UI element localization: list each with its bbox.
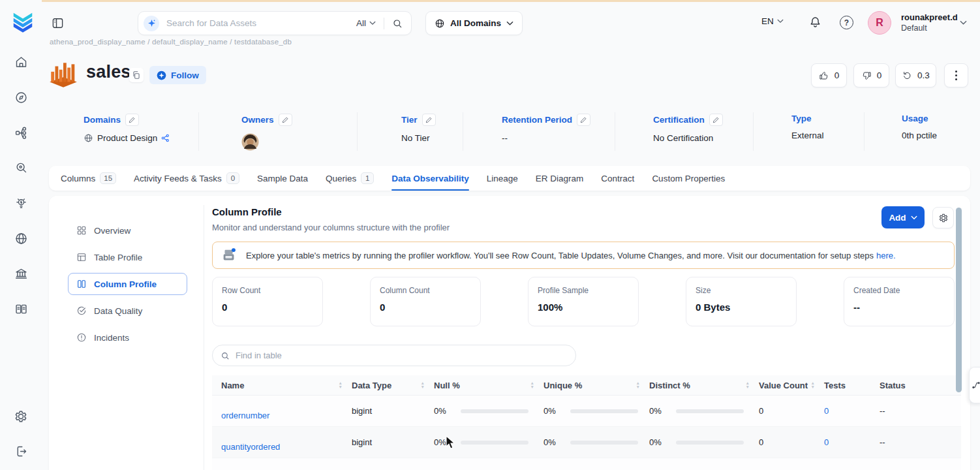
edit-pencil-icon[interactable] <box>125 114 139 126</box>
percent-progress-bar <box>570 409 638 413</box>
cell-status: -- <box>880 406 958 416</box>
tab-label: Sample Data <box>257 174 308 183</box>
cell-distinct-pct: 0% <box>649 437 759 447</box>
help-icon[interactable]: ? <box>840 16 853 29</box>
user-menu[interactable]: rounakpreet.d Default <box>901 12 958 34</box>
percent-progress-bar <box>570 441 638 445</box>
tab-count-badge: 0 <box>226 172 239 184</box>
domain-value[interactable]: Product Design <box>97 133 157 143</box>
language-dropdown[interactable]: EN <box>761 16 784 26</box>
tab-contract[interactable]: Contract <box>601 166 634 191</box>
tab-queries[interactable]: Queries1 <box>326 166 374 191</box>
banner-text: Explore your table's metrics by running … <box>246 251 896 260</box>
domains-globe-icon[interactable] <box>14 231 28 245</box>
column-header-label: Distinct % <box>649 381 690 390</box>
content-panel: Overview Table Profile Column Profile Da… <box>49 196 970 470</box>
tab-lineage[interactable]: Lineage <box>487 166 518 191</box>
column-header-data-type[interactable]: Data Type▲▼ <box>352 381 434 390</box>
edit-pencil-icon[interactable] <box>709 114 723 126</box>
sort-icon[interactable]: ▲▼ <box>746 381 750 389</box>
downvote-button[interactable]: 0 <box>853 63 889 87</box>
subnav-data-quality[interactable]: Data Quality <box>68 300 187 322</box>
sort-icon[interactable]: ▲▼ <box>530 381 534 389</box>
column-header-name[interactable]: Name▲▼ <box>221 381 352 390</box>
divider <box>204 205 204 470</box>
cell-unique-pct: 0% <box>544 437 649 447</box>
sidebar-toggle-icon[interactable] <box>52 17 64 29</box>
column-header-null-[interactable]: Null %▲▼ <box>434 381 544 390</box>
globe-icon <box>84 133 93 143</box>
explore-compass-icon[interactable] <box>14 90 28 104</box>
all-domains-dropdown[interactable]: All Domains <box>425 11 523 35</box>
column-header-label: Null % <box>434 381 460 390</box>
notifications-bell-icon[interactable] <box>808 16 822 29</box>
vertical-scrollbar[interactable] <box>956 208 962 392</box>
tests-link[interactable]: 0 <box>824 437 829 447</box>
percent-progress-bar <box>461 409 528 413</box>
tab-er-diagram[interactable]: ER Diagram <box>536 166 584 191</box>
sort-icon[interactable]: ▲▼ <box>636 381 640 389</box>
subnav-overview[interactable]: Overview <box>68 219 187 242</box>
edit-pencil-icon[interactable] <box>279 114 292 126</box>
column-name-link[interactable]: quantityordered <box>221 442 280 452</box>
tab-custom-properties[interactable]: Custom Properties <box>652 166 725 191</box>
global-search[interactable]: All <box>138 11 412 35</box>
sort-icon[interactable]: ▲▼ <box>811 381 815 389</box>
find-in-table-input[interactable] <box>236 351 568 360</box>
column-header-distinct-[interactable]: Distinct %▲▼ <box>649 381 759 390</box>
percent-value: 0% <box>649 406 662 416</box>
profiler-settings-gear-icon[interactable] <box>932 207 954 228</box>
home-icon[interactable] <box>14 55 28 69</box>
edit-pencil-icon[interactable] <box>422 114 436 126</box>
find-in-table[interactable] <box>212 345 576 366</box>
sort-icon[interactable]: ▲▼ <box>421 381 425 389</box>
add-button[interactable]: Add <box>881 206 925 228</box>
search-icon[interactable] <box>392 18 403 29</box>
copy-icon[interactable] <box>129 68 144 82</box>
tab-data-observability[interactable]: Data Observability <box>391 166 469 191</box>
column-profile-table: Name▲▼Data Type▲▼Null %▲▼Unique %▲▼Disti… <box>212 375 961 470</box>
entity-metadata-row: Domains Product Design Owners Tier No Ti… <box>49 112 970 151</box>
search-scope-dropdown[interactable]: All <box>356 18 376 28</box>
tab-activity-feeds-tasks[interactable]: Activity Feeds & Tasks0 <box>134 166 239 191</box>
tab-sample-data[interactable]: Sample Data <box>257 166 308 191</box>
settings-gear-icon[interactable] <box>14 409 28 424</box>
glossary-book-icon[interactable] <box>14 302 28 316</box>
check-circle-icon <box>76 306 87 316</box>
logout-icon[interactable] <box>14 444 28 458</box>
column-header-value-count[interactable]: Value Count▲▼ <box>759 381 824 390</box>
subnav-incidents[interactable]: Incidents <box>68 326 187 349</box>
version-history-button[interactable]: 0.3 <box>895 63 936 87</box>
breadcrumb[interactable]: athena_prod_display_name / default_displ… <box>50 38 292 46</box>
collapsed-side-panel-handle[interactable] <box>969 367 980 403</box>
govern-bank-icon[interactable] <box>14 266 28 281</box>
avatar[interactable]: R <box>868 11 891 35</box>
user-menu-chevron-icon[interactable] <box>960 20 967 25</box>
percent-progress-bar <box>676 441 744 445</box>
column-header-unique-[interactable]: Unique %▲▼ <box>544 381 649 390</box>
follow-button[interactable]: Follow <box>149 66 206 84</box>
sort-icon[interactable]: ▲▼ <box>339 381 343 389</box>
owner-avatar[interactable] <box>241 133 259 151</box>
stat-label: Row Count <box>222 286 313 295</box>
cell-name: quantityordered <box>221 437 352 447</box>
stat-value: 0 <box>222 302 313 313</box>
upvote-button[interactable]: 0 <box>811 63 847 87</box>
subnav-column-profile[interactable]: Column Profile <box>68 273 187 295</box>
column-name-link[interactable]: ordernumber <box>221 411 269 420</box>
domain-link-icon[interactable] <box>161 134 170 142</box>
athena-table-icon <box>47 58 80 91</box>
tests-link[interactable]: 0 <box>824 406 829 416</box>
platform-lineage-icon[interactable] <box>14 125 28 140</box>
ai-sparkle-icon[interactable] <box>144 16 159 31</box>
tab-columns[interactable]: Columns15 <box>61 166 116 191</box>
edit-pencil-icon[interactable] <box>577 114 590 126</box>
subnav-table-profile[interactable]: Table Profile <box>68 246 187 268</box>
search-input[interactable] <box>166 18 356 28</box>
stat-card-created-date: Created Date-- <box>844 277 955 326</box>
more-options-kebab-icon[interactable] <box>944 63 968 87</box>
banner-here-link[interactable]: here. <box>876 251 896 260</box>
discovery-search-icon[interactable] <box>14 161 28 175</box>
column-header-status: Status <box>880 381 958 390</box>
insights-bulb-icon[interactable] <box>14 196 28 210</box>
